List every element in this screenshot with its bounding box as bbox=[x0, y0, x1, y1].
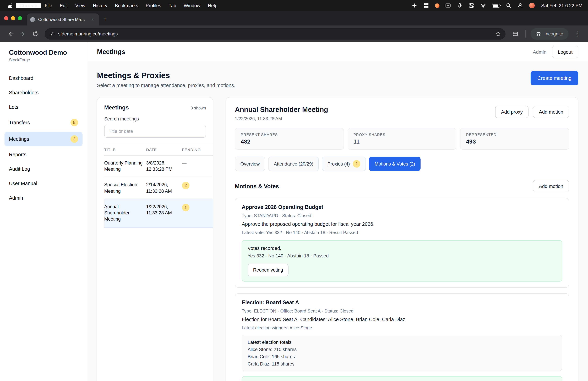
tab-attendance[interactable]: Attendance (20/29) bbox=[268, 157, 319, 171]
bookmark-star-icon[interactable] bbox=[496, 31, 501, 36]
browser-tab[interactable]: Cottonwood Share Manager × bbox=[27, 13, 99, 25]
sidebar-item-audit-log[interactable]: Audit Log bbox=[4, 163, 83, 175]
main-area: Meetings Admin Logout Meetings & Proxies… bbox=[87, 42, 588, 381]
page-content: Meetings & Proxies Select a meeting to m… bbox=[87, 62, 588, 381]
column-title: TITLE bbox=[104, 148, 146, 152]
menubar-app-name[interactable]: Chrome bbox=[16, 3, 41, 8]
sparkle-icon[interactable] bbox=[412, 2, 418, 8]
votes-recorded-panel: Votes recorded. Yes 332 · No 140 · Absta… bbox=[242, 240, 562, 282]
menu-help[interactable]: Help bbox=[204, 3, 221, 8]
sidebar-item-transfers[interactable]: Transfers5 bbox=[4, 115, 83, 130]
screen-share-icon[interactable] bbox=[445, 2, 451, 8]
menubar-clock[interactable]: Sat Feb 21 6:22 PM bbox=[541, 3, 583, 8]
sidebar-item-reports[interactable]: Reports bbox=[4, 148, 83, 161]
stat-present-shares: PRESENT SHARES 482 bbox=[235, 128, 344, 150]
tab-close-icon[interactable]: × bbox=[90, 16, 96, 23]
table-row-special-election[interactable]: Special Election Meeting 2/14/2026, 11:3… bbox=[104, 178, 213, 199]
tab-label: Proxies (4) bbox=[327, 161, 350, 166]
forward-icon[interactable] bbox=[17, 28, 28, 39]
minimize-window-button[interactable] bbox=[11, 16, 15, 20]
wifi-icon[interactable] bbox=[480, 2, 486, 8]
sidebar-item-lots[interactable]: Lots bbox=[4, 101, 83, 113]
user-avatar-badge[interactable] bbox=[529, 3, 535, 8]
add-motion-button[interactable]: Add motion bbox=[533, 106, 569, 118]
fast-user-switch-icon[interactable] bbox=[518, 2, 523, 8]
create-meeting-button[interactable]: Create meeting bbox=[531, 71, 578, 85]
meeting-detail-panel: Annual Shareholder Meeting 1/22/2026, 11… bbox=[226, 97, 578, 381]
tab-label: Attendance (20/29) bbox=[274, 161, 314, 166]
menu-view[interactable]: View bbox=[71, 3, 89, 8]
logout-button[interactable]: Logout bbox=[552, 45, 578, 58]
window-controls bbox=[4, 16, 27, 20]
stat-proxy-shares: PROXY SHARES 11 bbox=[347, 128, 456, 150]
motion-title: Approve 2026 Operating Budget bbox=[242, 204, 562, 210]
menu-file[interactable]: File bbox=[41, 3, 56, 8]
sidebar-item-admin[interactable]: Admin bbox=[4, 192, 83, 204]
sidebar-item-meetings[interactable]: Meetings3 bbox=[4, 132, 83, 146]
column-pending: PENDING bbox=[182, 148, 206, 152]
tab-overview[interactable]: Overview bbox=[235, 157, 265, 171]
apple-menu-icon[interactable] bbox=[5, 3, 16, 8]
search-input[interactable] bbox=[104, 125, 206, 138]
sidebar-item-label: Meetings bbox=[9, 136, 29, 142]
app-header: Meetings Admin Logout bbox=[87, 42, 588, 62]
meeting-tabs: Overview Attendance (20/29) Proxies (4)1… bbox=[235, 157, 569, 171]
meeting-detail-title: Annual Shareholder Meeting bbox=[235, 106, 328, 113]
incognito-badge[interactable]: Incognito bbox=[531, 28, 568, 39]
macos-menu-bar: Chrome File Edit View History Bookmarks … bbox=[0, 0, 588, 11]
add-proxy-button[interactable]: Add proxy bbox=[495, 106, 528, 118]
spotlight-search-icon[interactable] bbox=[506, 2, 512, 8]
add-motion-section-button[interactable]: Add motion bbox=[533, 180, 569, 192]
sidebar-item-label: Dashboard bbox=[9, 75, 33, 81]
motion-meta: Type: STANDARD · Status: Closed bbox=[242, 213, 562, 218]
motion-latest-vote: Latest vote: Yes 332 · No 140 · Abstain … bbox=[242, 230, 562, 235]
meeting-detail-datetime: 1/22/2026, 11:33:28 AM bbox=[235, 116, 328, 121]
sidebar-item-user-manual[interactable]: User Manual bbox=[4, 177, 83, 190]
new-tab-button[interactable]: + bbox=[99, 15, 111, 25]
column-date: DATE bbox=[146, 148, 182, 152]
menu-tab[interactable]: Tab bbox=[165, 3, 180, 8]
transfers-count-badge: 5 bbox=[70, 119, 78, 126]
incognito-label: Incognito bbox=[544, 31, 563, 36]
sidebar-item-label: User Manual bbox=[9, 181, 37, 186]
sidebar-item-label: Audit Log bbox=[9, 166, 30, 172]
close-window-button[interactable] bbox=[4, 16, 8, 20]
sidebar-item-dashboard[interactable]: Dashboard bbox=[4, 72, 83, 84]
menu-bookmarks[interactable]: Bookmarks bbox=[111, 3, 142, 8]
sidebar-nav: Dashboard Shareholders Lots Transfers5 M… bbox=[0, 72, 87, 204]
grid-icon[interactable] bbox=[423, 2, 429, 8]
menu-history[interactable]: History bbox=[89, 3, 111, 8]
tab-label: Overview bbox=[240, 161, 260, 166]
back-icon[interactable] bbox=[5, 28, 16, 39]
tab-motions-votes[interactable]: Motions & Votes (2) bbox=[369, 157, 421, 171]
site-info-icon[interactable] bbox=[49, 31, 55, 36]
battery-icon[interactable] bbox=[492, 4, 500, 7]
menu-profiles[interactable]: Profiles bbox=[142, 3, 165, 8]
election-totals-panel: Latest election totals Alice Stone: 210 … bbox=[242, 335, 562, 371]
dictation-icon[interactable] bbox=[457, 2, 463, 8]
zoom-window-button[interactable] bbox=[18, 16, 22, 20]
meeting-stats: PRESENT SHARES 482 PROXY SHARES 11 REPRE… bbox=[235, 128, 569, 150]
pending-badge: 2 bbox=[182, 182, 189, 189]
reload-icon[interactable] bbox=[30, 28, 41, 39]
address-bar[interactable]: sfdemo.manring.co/meetings bbox=[45, 28, 505, 39]
table-row-annual-shareholder[interactable]: Annual Shareholder Meeting 1/22/2026, 11… bbox=[104, 199, 213, 227]
browser-menu-icon[interactable]: ⋮ bbox=[572, 30, 583, 37]
open-in-window-icon[interactable] bbox=[510, 28, 521, 39]
menu-window[interactable]: Window bbox=[180, 3, 204, 8]
control-center-icon[interactable] bbox=[469, 2, 475, 8]
menu-edit[interactable]: Edit bbox=[56, 3, 72, 8]
sidebar-item-label: Transfers bbox=[9, 120, 30, 125]
sidebar-item-shareholders[interactable]: Shareholders bbox=[4, 86, 83, 99]
tab-proxies[interactable]: Proxies (4)1 bbox=[322, 157, 366, 171]
section-subtitle: Select a meeting to manage attendance, p… bbox=[97, 83, 235, 88]
reopen-voting-button[interactable]: Reopen voting bbox=[248, 264, 289, 276]
recording-dot-icon[interactable] bbox=[435, 3, 440, 8]
stat-value: 482 bbox=[241, 138, 338, 145]
stat-value: 11 bbox=[353, 138, 450, 145]
page-title: Meetings bbox=[97, 48, 125, 56]
stat-label: PRESENT SHARES bbox=[241, 133, 338, 137]
table-row-quarterly-planning[interactable]: Quarterly Planning Meeting 3/8/2026, 12:… bbox=[104, 156, 213, 178]
toolbar-actions: Incognito ⋮ bbox=[510, 28, 583, 39]
admin-link[interactable]: Admin bbox=[533, 49, 546, 55]
